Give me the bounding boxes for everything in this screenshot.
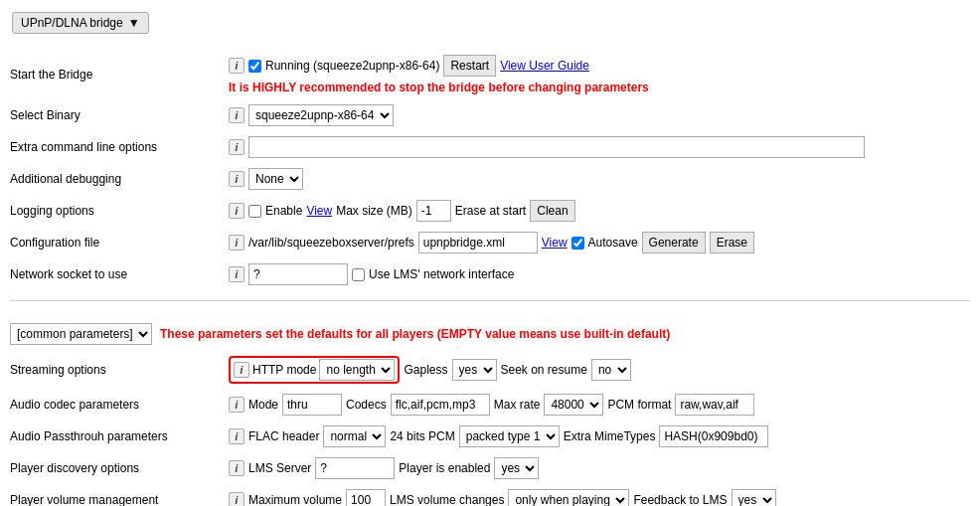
start-bridge-checkbox[interactable] bbox=[248, 60, 261, 73]
config-file-label: Configuration file bbox=[10, 236, 229, 250]
max-volume-label: Maximum volume bbox=[248, 493, 342, 506]
config-view-link[interactable]: View bbox=[542, 236, 568, 250]
player-discovery-info[interactable]: i bbox=[229, 460, 245, 476]
extra-cmd-label: Extra command line options bbox=[10, 140, 229, 154]
use-lms-checkbox[interactable] bbox=[352, 268, 365, 281]
audio-codec-info[interactable]: i bbox=[229, 397, 245, 413]
player-enabled-dropdown[interactable]: yes bbox=[494, 457, 539, 479]
mode-input[interactable] bbox=[282, 394, 342, 416]
streaming-row: Streaming options i HTTP mode no length … bbox=[10, 351, 970, 389]
max-size-label: Max size (MB) bbox=[336, 204, 412, 218]
feedback-label: Feedback to LMS bbox=[633, 493, 727, 506]
chevron-down-icon: ▼ bbox=[128, 16, 140, 30]
lms-server-input[interactable] bbox=[315, 457, 395, 479]
additional-debugging-dropdown[interactable]: None bbox=[248, 168, 303, 190]
start-bridge-info[interactable]: i bbox=[229, 58, 245, 74]
flac-header-dropdown[interactable]: normal bbox=[323, 425, 386, 447]
lms-volume-label: LMS volume changes bbox=[390, 493, 504, 506]
player-volume-info[interactable]: i bbox=[229, 492, 245, 506]
audio-passthrough-info[interactable]: i bbox=[229, 428, 245, 444]
view-guide-link[interactable]: View User Guide bbox=[500, 59, 589, 73]
autosave-checkbox[interactable] bbox=[572, 237, 584, 250]
max-volume-input[interactable] bbox=[346, 489, 386, 506]
config-file-info[interactable]: i bbox=[229, 235, 245, 251]
logging-options-row: Logging options i Enable View Max size (… bbox=[10, 195, 970, 227]
running-status: Running (squeeze2upnp-x86-64) bbox=[265, 59, 439, 73]
player-volume-row: Player volume management i Maximum volum… bbox=[10, 484, 970, 506]
logging-info[interactable]: i bbox=[229, 203, 245, 219]
logging-view-link[interactable]: View bbox=[306, 204, 332, 218]
logging-enable-checkbox[interactable] bbox=[248, 205, 261, 218]
codecs-input[interactable] bbox=[391, 394, 490, 416]
common-params-dropdown[interactable]: [common parameters] bbox=[10, 323, 152, 345]
max-rate-dropdown[interactable]: 48000 bbox=[544, 394, 603, 416]
extra-cmd-row: Extra command line options i bbox=[10, 131, 970, 163]
generate-button[interactable]: Generate bbox=[642, 232, 706, 253]
logging-enable-label: Enable bbox=[265, 204, 302, 218]
mode-label: Mode bbox=[248, 398, 278, 412]
audio-passthrough-row: Audio Passthrouh parameters i FLAC heade… bbox=[10, 421, 970, 452]
extra-mime-label: Extra MimeTypes bbox=[564, 429, 656, 443]
restart-button[interactable]: Restart bbox=[443, 55, 496, 77]
streaming-label: Streaming options bbox=[10, 363, 229, 377]
bridge-dropdown[interactable]: UPnP/DLNA bridge ▼ bbox=[12, 12, 149, 34]
additional-debugging-label: Additional debugging bbox=[10, 172, 229, 186]
autosave-label: Autosave bbox=[588, 236, 638, 250]
streaming-info[interactable]: i bbox=[234, 362, 249, 378]
max-rate-label: Max rate bbox=[494, 398, 541, 412]
config-filename-input[interactable] bbox=[418, 232, 538, 253]
erase-button[interactable]: Erase bbox=[710, 232, 754, 253]
lms-volume-dropdown[interactable]: only when playing bbox=[508, 489, 629, 506]
additional-debugging-info[interactable]: i bbox=[229, 171, 245, 187]
select-binary-info[interactable]: i bbox=[229, 107, 245, 123]
pcm-format-label: PCM format bbox=[607, 398, 671, 412]
seek-label: Seek on resume bbox=[501, 363, 587, 377]
gapless-label: Gapless bbox=[404, 363, 447, 377]
select-binary-row: Select Binary i squeeze2upnp-x86-64 bbox=[10, 99, 970, 131]
extra-mime-input[interactable] bbox=[659, 425, 768, 447]
feedback-dropdown[interactable]: yes bbox=[732, 489, 776, 506]
erase-label: Erase at start bbox=[455, 204, 526, 218]
gapless-dropdown[interactable]: yes bbox=[452, 359, 497, 381]
warning-text: It is HIGHLY recommended to stop the bri… bbox=[229, 81, 649, 94]
start-bridge-row: Start the Bridge i Running (squeeze2upnp… bbox=[10, 50, 970, 99]
start-bridge-label: Start the Bridge bbox=[10, 68, 229, 82]
select-binary-label: Select Binary bbox=[10, 108, 229, 122]
http-mode-highlight: i HTTP mode no length bbox=[229, 356, 400, 384]
extra-cmd-info[interactable]: i bbox=[229, 139, 245, 155]
additional-debugging-row: Additional debugging i None bbox=[10, 163, 970, 195]
http-mode-dropdown[interactable]: no length bbox=[319, 359, 395, 381]
config-file-row: Configuration file i /var/lib/squeezebox… bbox=[10, 227, 970, 258]
audio-codec-row: Audio codec parameters i Mode Codecs Max… bbox=[10, 389, 970, 421]
max-size-input[interactable] bbox=[416, 200, 451, 222]
player-discovery-row: Player discovery options i LMS Server Pl… bbox=[10, 452, 970, 484]
flac-header-label: FLAC header bbox=[248, 429, 319, 443]
logging-options-label: Logging options bbox=[10, 204, 229, 218]
use-lms-label: Use LMS' network interface bbox=[369, 267, 514, 281]
lms-server-label: LMS Server bbox=[248, 461, 311, 475]
network-socket-label: Network socket to use bbox=[10, 267, 229, 281]
pcm-format-input[interactable] bbox=[675, 394, 754, 416]
player-enabled-label: Player is enabled bbox=[399, 461, 490, 475]
player-volume-label: Player volume management bbox=[10, 493, 229, 506]
audio-codec-label: Audio codec parameters bbox=[10, 398, 229, 412]
codecs-label: Codecs bbox=[346, 398, 387, 412]
extra-cmd-input[interactable] bbox=[248, 136, 865, 158]
network-socket-info[interactable]: i bbox=[229, 266, 245, 282]
bits-24-dropdown[interactable]: packed type 1 bbox=[459, 425, 560, 447]
player-discovery-label: Player discovery options bbox=[10, 461, 229, 475]
select-binary-dropdown[interactable]: squeeze2upnp-x86-64 bbox=[248, 104, 394, 126]
seek-dropdown[interactable]: no bbox=[591, 359, 631, 381]
network-socket-row: Network socket to use i Use LMS' network… bbox=[10, 258, 970, 290]
params-header: [common parameters] These parameters set… bbox=[10, 317, 970, 351]
params-note: These parameters set the defaults for al… bbox=[160, 327, 670, 341]
bits-24-label: 24 bits PCM bbox=[390, 429, 454, 443]
network-socket-input[interactable] bbox=[248, 263, 348, 285]
audio-passthrough-label: Audio Passthrouh parameters bbox=[10, 429, 229, 443]
http-mode-label: HTTP mode bbox=[252, 363, 316, 377]
config-path: /var/lib/squeezeboxserver/prefs bbox=[248, 236, 414, 250]
bridge-dropdown-label: UPnP/DLNA bridge bbox=[21, 16, 123, 30]
clean-button[interactable]: Clean bbox=[530, 200, 574, 222]
